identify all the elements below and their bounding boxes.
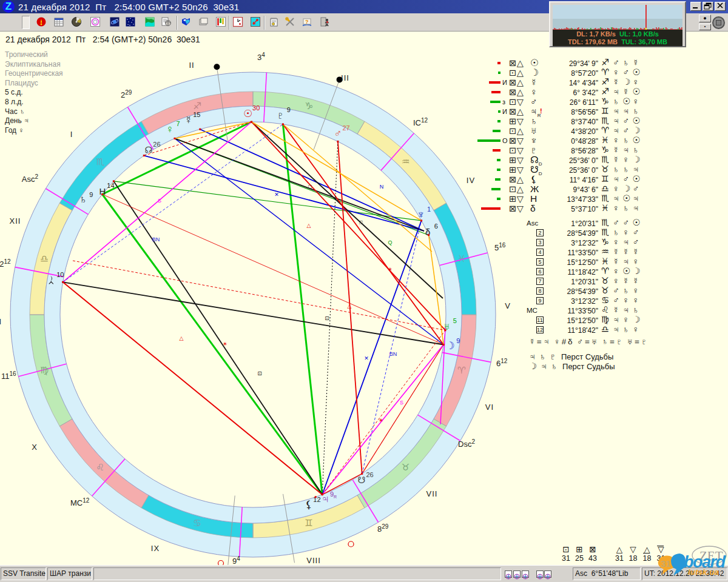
svg-text:VII: VII — [426, 489, 438, 498]
svg-text:III: III — [341, 73, 349, 82]
svg-text:♍: ♍ — [40, 365, 49, 375]
svg-text:Q: Q — [388, 239, 392, 246]
svg-text:⊡: ⊡ — [325, 315, 329, 321]
svg-text:♋: ♋ — [193, 518, 201, 528]
svg-text:14: 14 — [107, 182, 114, 189]
svg-text:1116: 1116 — [1, 370, 16, 381]
svg-text:♉: ♉ — [402, 462, 410, 472]
svg-text:9: 9 — [456, 337, 460, 344]
svg-text:1: 1 — [427, 206, 431, 213]
svg-text:S: S — [400, 400, 403, 406]
svg-text:Dsc2: Dsc2 — [458, 438, 475, 449]
svg-text:♏: ♏ — [96, 156, 104, 167]
svg-text:31: 31 — [661, 558, 671, 569]
svg-text:☋: ☋ — [358, 475, 366, 485]
svg-text:Asc2: Asc2 — [22, 173, 39, 184]
svg-text:♊: ♊ — [305, 518, 313, 528]
svg-text:10: 10 — [56, 271, 64, 278]
svg-text:♓: ♓ — [457, 253, 466, 264]
svg-text:?: ? — [305, 19, 309, 25]
svg-text:IX: IX — [151, 544, 160, 553]
svg-text:94: 94 — [232, 555, 240, 566]
svg-text:S: S — [158, 198, 161, 204]
svg-text:7: 7 — [176, 120, 180, 127]
svg-text:34: 34 — [257, 52, 265, 62]
svg-text:26: 26 — [153, 141, 160, 148]
svg-text:9: 9 — [89, 191, 93, 198]
svg-text:∗: ∗ — [379, 417, 383, 423]
svg-text:✕: ✕ — [364, 355, 369, 361]
svg-text:12: 12 — [313, 496, 320, 503]
svg-text:9: 9 — [287, 106, 291, 113]
svg-text:♀: ♀ — [166, 123, 174, 135]
svg-text:△: △ — [180, 335, 184, 341]
svg-text:МС12: МС12 — [70, 497, 90, 507]
svg-text:✕: ✕ — [274, 192, 279, 198]
svg-text:lutsk.ua: lutsk.ua — [688, 567, 720, 577]
svg-text:⊡: ⊡ — [257, 370, 262, 376]
svg-text:♌: ♌ — [96, 462, 104, 472]
svg-text:N: N — [380, 184, 384, 190]
svg-text:BN: BN — [389, 351, 397, 357]
svg-text:229: 229 — [121, 89, 132, 99]
svg-text:△: △ — [348, 303, 352, 309]
svg-text:5: 5 — [453, 317, 457, 324]
svg-text:♈: ♈ — [457, 365, 466, 375]
svg-text:♇: ♇ — [277, 110, 284, 121]
svg-text:1212: 1212 — [0, 258, 11, 269]
svg-text:♂: ♂ — [334, 127, 342, 139]
svg-text:□: □ — [308, 184, 312, 190]
svg-text:BN: BN — [152, 236, 160, 242]
svg-text:♑: ♑ — [305, 101, 313, 111]
svg-text:XII: XII — [10, 216, 21, 226]
svg-text:♒: ♒ — [402, 156, 410, 167]
svg-text:30: 30 — [252, 104, 260, 112]
svg-text:♎: ♎ — [40, 253, 49, 264]
svg-text:♆: ♆ — [417, 208, 425, 221]
svg-text:I: I — [70, 130, 73, 139]
svg-text:♅: ♅ — [443, 321, 450, 332]
svg-text:XI: XI — [0, 317, 2, 326]
svg-text:II: II — [189, 61, 194, 70]
svg-text:☉: ☉ — [243, 108, 252, 119]
svg-text:∗: ∗ — [223, 341, 228, 347]
svg-text:H: H — [99, 186, 106, 196]
svg-text:♐: ♐ — [193, 101, 201, 111]
svg-text:15: 15 — [193, 111, 200, 118]
svg-text:☊: ☊ — [144, 145, 152, 155]
svg-text:IC12: IC12 — [413, 117, 428, 127]
svg-text:26: 26 — [366, 471, 373, 478]
svg-text:☿: ☿ — [184, 114, 193, 126]
svg-text:X: X — [32, 443, 38, 452]
svg-text:□: □ — [359, 219, 363, 226]
svg-text:6: 6 — [434, 222, 438, 230]
svg-text:☽: ☽ — [445, 340, 454, 352]
svg-text:829: 829 — [377, 523, 389, 534]
svg-text:⚸: ⚸ — [305, 499, 312, 510]
svg-text:△: △ — [307, 222, 311, 229]
svg-text:♄: ♄ — [79, 193, 87, 206]
svg-text:27: 27 — [342, 124, 349, 132]
svg-text:∗: ∗ — [388, 266, 393, 272]
svg-text:VIII: VIII — [306, 556, 321, 565]
